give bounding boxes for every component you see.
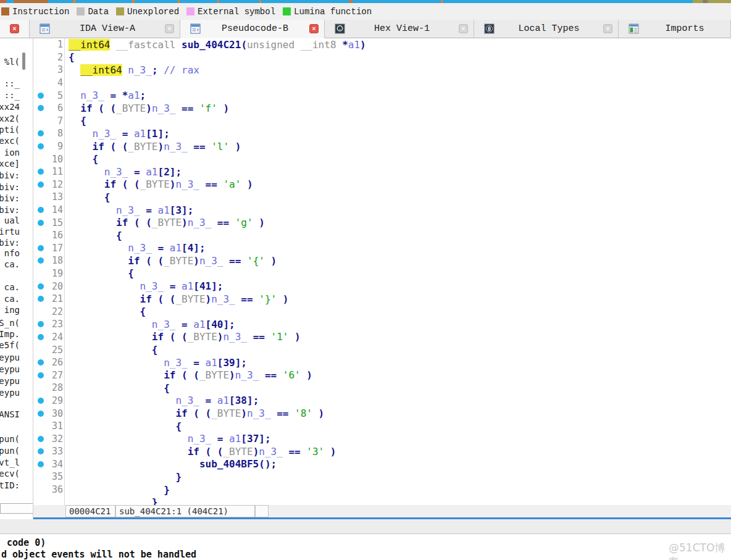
breakpoint-dot[interactable] <box>38 283 44 290</box>
code-text[interactable]: n_3_ = *a1; <box>63 90 146 101</box>
breakpoint-gutter[interactable] <box>33 372 48 378</box>
code-text[interactable]: n_3_ = a1[37]; <box>63 433 271 445</box>
code-text[interactable]: n_3_ = a1[38]; <box>63 395 259 406</box>
breakpoint-gutter[interactable] <box>33 411 48 417</box>
breakpoint-gutter[interactable] <box>33 283 48 290</box>
output-panel[interactable]: code 0)d object events will not be handl… <box>0 535 731 560</box>
code-line[interactable]: 30 if ( (_BYTE)n_3_ == '8' ) <box>33 407 731 420</box>
code-line[interactable]: 7 { <box>33 115 731 128</box>
breakpoint-gutter[interactable] <box>33 321 48 327</box>
code-text[interactable]: if ( (_BYTE)n_3_ == '6' ) <box>63 369 312 381</box>
code-line[interactable]: 10 { <box>33 153 731 165</box>
code-line[interactable]: 23 n_3_ = a1[40]; <box>33 318 731 331</box>
code-line[interactable]: 32 n_3_ = a1[37]; <box>33 432 731 445</box>
code-line[interactable]: 8 n_3_ = a1[1]; <box>33 127 731 140</box>
code-line[interactable]: 17 n_3_ = a1[4]; <box>33 242 731 255</box>
code-text[interactable]: n_3_ = a1[4]; <box>63 242 206 254</box>
breakpoint-gutter[interactable] <box>33 105 48 111</box>
breakpoint-dot[interactable] <box>38 220 44 226</box>
code-text[interactable]: { <box>63 382 170 394</box>
code-line[interactable]: 36 } <box>33 483 731 496</box>
left-scrollbar-thumb[interactable] <box>22 52 25 70</box>
breakpoint-dot[interactable] <box>38 359 44 366</box>
close-tab-icon[interactable]: × <box>309 24 319 33</box>
breakpoint-dot[interactable] <box>38 207 44 213</box>
breakpoint-dot[interactable] <box>38 296 44 302</box>
breakpoint-dot[interactable] <box>38 411 44 417</box>
code-text[interactable]: n_3_ = a1[3]; <box>63 204 193 216</box>
breakpoint-gutter[interactable] <box>33 130 48 136</box>
code-text[interactable]: __int64 n_3_; // rax <box>63 64 199 76</box>
breakpoint-dot[interactable] <box>38 436 44 442</box>
breakpoint-gutter[interactable] <box>33 207 48 213</box>
code-text[interactable]: } <box>63 471 182 483</box>
code-line[interactable]: 28 { <box>33 382 731 395</box>
breakpoint-dot[interactable] <box>38 182 44 188</box>
code-text[interactable]: if ( (_BYTE)n_3_ == '1' ) <box>63 331 301 343</box>
breakpoint-gutter[interactable] <box>33 220 48 226</box>
code-line[interactable]: 16 { <box>33 229 731 242</box>
breakpoint-gutter[interactable] <box>33 245 48 251</box>
breakpoint-gutter[interactable] <box>33 93 48 99</box>
breakpoint-dot[interactable] <box>38 130 44 136</box>
breakpoint-dot[interactable] <box>38 398 44 404</box>
code-line[interactable]: 12 if ( (_BYTE)n_3_ == 'a' ) <box>33 178 731 191</box>
close-tab-icon[interactable]: × <box>10 24 19 33</box>
code-line[interactable]: 3 __int64 n_3_; // rax <box>33 64 731 77</box>
breakpoint-dot[interactable] <box>38 105 44 111</box>
breakpoint-gutter[interactable] <box>33 334 48 340</box>
code-line[interactable]: 4 <box>33 77 731 90</box>
breakpoint-gutter[interactable] <box>33 296 48 302</box>
code-text[interactable]: if ( (_BYTE)n_3_ == 'f' ) <box>63 102 229 114</box>
code-text[interactable]: { <box>63 344 158 356</box>
breakpoint-gutter[interactable] <box>33 359 48 366</box>
code-line[interactable]: 14 n_3_ = a1[3]; <box>33 204 731 217</box>
code-text[interactable]: n_3_ = a1[41]; <box>63 280 223 292</box>
code-line[interactable]: 29 n_3_ = a1[38]; <box>33 395 731 407</box>
code-line[interactable]: 2{ <box>33 51 731 64</box>
tab-clipped[interactable]: × <box>0 20 30 38</box>
tab-imports[interactable]: Imports <box>619 20 731 38</box>
code-text[interactable]: if ( (_BYTE)n_3_ == 'a' ) <box>63 178 253 190</box>
code-text[interactable]: if ( (_BYTE)n_3_ == '3' ) <box>63 446 336 458</box>
breakpoint-gutter[interactable] <box>33 182 48 188</box>
code-text[interactable]: if ( (_BYTE)n_3_ == '{' ) <box>63 255 277 267</box>
pseudocode-panel[interactable]: 1__int64 __fastcall sub_404C21(unsigned … <box>33 38 731 519</box>
close-tab-icon[interactable]: × <box>459 24 468 33</box>
breakpoint-gutter[interactable] <box>33 436 48 442</box>
code-line[interactable]: 1__int64 __fastcall sub_404C21(unsigned … <box>33 38 731 51</box>
code-line[interactable]: 31 { <box>33 420 731 433</box>
code-line[interactable]: 18 if ( (_BYTE)n_3_ == '{' ) <box>33 254 731 267</box>
code-text[interactable]: { <box>63 267 134 279</box>
code-text[interactable]: { <box>63 191 110 203</box>
code-text[interactable]: { <box>63 420 182 432</box>
code-text[interactable]: n_3_ = a1[39]; <box>63 357 247 369</box>
breakpoint-gutter[interactable] <box>33 257 48 264</box>
breakpoint-dot[interactable] <box>38 334 44 340</box>
code-line[interactable]: 15 if ( (_BYTE)n_3_ == 'g' ) <box>33 216 731 229</box>
code-text[interactable]: { <box>63 115 86 127</box>
code-line[interactable]: 11 n_3_ = a1[2]; <box>33 165 731 178</box>
code-line[interactable]: 35 } <box>33 470 731 483</box>
breakpoint-gutter[interactable] <box>33 448 48 454</box>
code-text[interactable]: __int64 __fastcall sub_404C21(unsigned _… <box>63 39 366 51</box>
code-text[interactable]: n_3_ = a1[40]; <box>63 319 235 330</box>
code-line[interactable]: 5 n_3_ = *a1; <box>33 89 731 102</box>
code-line[interactable]: 27 if ( (_BYTE)n_3_ == '6' ) <box>33 369 731 382</box>
tab-local-types[interactable]: 0Local Types× <box>474 20 619 38</box>
breakpoint-dot[interactable] <box>38 321 44 327</box>
code-line[interactable]: 13 { <box>33 191 731 204</box>
breakpoint-gutter[interactable] <box>33 461 48 467</box>
breakpoint-dot[interactable] <box>38 169 44 175</box>
code-text[interactable]: sub_404BF5(); <box>63 458 277 470</box>
close-tab-icon[interactable]: × <box>603 24 612 33</box>
breakpoint-dot[interactable] <box>38 143 44 149</box>
code-line[interactable]: 25 { <box>33 343 731 356</box>
close-tab-icon[interactable]: × <box>165 24 174 33</box>
breakpoint-gutter[interactable] <box>33 398 48 404</box>
breakpoint-dot[interactable] <box>38 245 44 251</box>
breakpoint-dot[interactable] <box>38 448 44 454</box>
code-line[interactable]: 21 if ( (_BYTE)n_3_ == '}' ) <box>33 293 731 306</box>
breakpoint-dot[interactable] <box>38 93 44 99</box>
breakpoint-dot[interactable] <box>38 257 44 264</box>
